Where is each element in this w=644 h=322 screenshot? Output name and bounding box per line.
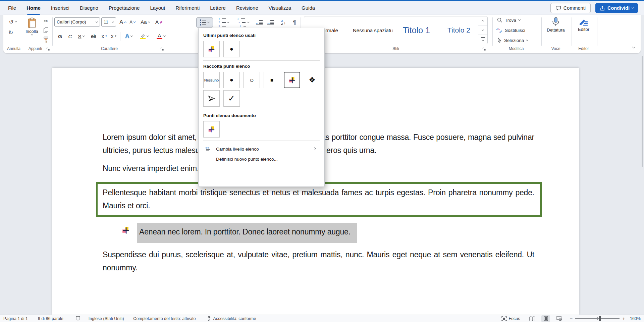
clipboard-icon: [28, 17, 36, 28]
selected-text[interactable]: Aenean nec lorem. In porttitor. Donec la…: [137, 223, 357, 243]
bullet-tile-custom[interactable]: [203, 121, 220, 138]
bullets-button[interactable]: [196, 17, 213, 28]
tab-inserisci[interactable]: Inserisci: [51, 1, 69, 15]
paste-button[interactable]: Incolla: [23, 17, 41, 35]
italic-button[interactable]: C: [66, 32, 74, 41]
editor-group-label: Editor: [572, 46, 596, 51]
clear-formatting-button[interactable]: A: [154, 17, 164, 26]
strikethrough-button[interactable]: ab: [89, 32, 99, 41]
zoom-out-button[interactable]: −: [570, 316, 573, 321]
replace-button[interactable]: b c Sostituisci: [496, 28, 525, 33]
bullet-tile-square[interactable]: ■: [264, 72, 280, 88]
read-mode-button[interactable]: [528, 315, 537, 322]
accessibility-indicator[interactable]: Accessibilità: conforme: [207, 316, 256, 321]
style-nessuna-spaziatura[interactable]: Nessuna spaziatu: [353, 16, 392, 44]
clipboard-dialog-launcher[interactable]: [46, 47, 50, 51]
resize-grip[interactable]: [320, 182, 323, 185]
cut-button[interactable]: ✂: [42, 17, 50, 25]
redo-button[interactable]: ↻: [6, 28, 15, 37]
bullet-tile-check[interactable]: ✓: [223, 90, 240, 107]
collapse-ribbon-chevron-icon[interactable]: [632, 46, 635, 48]
share-button[interactable]: Condividi: [595, 3, 638, 13]
ribbon-tabs: File Home Inserisci Disegno Progettazion…: [0, 1, 315, 15]
text-effects-button[interactable]: A: [122, 32, 136, 41]
accessibility-person-icon: [207, 316, 212, 321]
bullet-tile-diamonds[interactable]: ❖: [304, 72, 320, 88]
bullet-tile-custom-selected[interactable]: [284, 72, 300, 88]
small-divider: [120, 32, 120, 41]
change-case-button[interactable]: Aa: [139, 17, 152, 26]
bold-button[interactable]: G: [56, 32, 64, 41]
multilevel-list-button[interactable]: 1 a i: [234, 17, 252, 28]
define-new-bullet-menu-item[interactable]: Definisci nuovo punto elenco...: [203, 154, 320, 164]
focus-mode-button[interactable]: Focus: [501, 316, 520, 321]
underline-button[interactable]: S: [75, 32, 87, 41]
sort-button[interactable]: A Z ↓: [278, 18, 289, 27]
subscript-button[interactable]: x2: [100, 32, 109, 41]
gallery-expand[interactable]: [478, 35, 487, 44]
gallery-scroll-down[interactable]: [478, 26, 487, 35]
tab-visualizza[interactable]: Visualizza: [269, 1, 291, 15]
recent-bullets-row: ●: [203, 41, 320, 57]
tab-disegno[interactable]: Disegno: [80, 1, 98, 15]
highlight-color-button[interactable]: [137, 32, 152, 41]
bullet-tile-arrow[interactable]: [203, 90, 220, 107]
zoom-level[interactable]: 160%: [630, 316, 641, 321]
tab-revisione[interactable]: Revisione: [236, 1, 258, 15]
tab-layout[interactable]: Layout: [150, 1, 165, 15]
zoom-slider[interactable]: [575, 318, 620, 319]
tab-progettazione[interactable]: Progettazione: [109, 1, 140, 15]
arrow-bullet-icon: [207, 94, 216, 103]
bulleted-list-item[interactable]: Aenean nec lorem. In porttitor. Donec la…: [121, 223, 534, 243]
caret-down-icon: [133, 20, 136, 22]
font-name-combobox[interactable]: Calibri (Corpo): [54, 17, 100, 26]
grow-font-button[interactable]: A: [118, 17, 127, 26]
style-titolo-1[interactable]: Titolo 1: [395, 16, 437, 44]
select-button[interactable]: Seleziona: [497, 38, 528, 43]
shrink-font-button[interactable]: A: [128, 17, 137, 26]
copy-button[interactable]: [42, 26, 50, 34]
numbering-button[interactable]: 1 2 3: [215, 17, 232, 28]
superscript-button[interactable]: x2: [109, 32, 118, 41]
tab-home[interactable]: Home: [26, 1, 41, 15]
print-layout-button[interactable]: [541, 315, 550, 322]
vertical-scrollbar[interactable]: [642, 56, 643, 167]
text-completion-indicator[interactable]: Completamento del testo: attivato: [133, 316, 196, 321]
gallery-scroll-up[interactable]: [478, 16, 487, 26]
undo-button[interactable]: ↺: [6, 17, 19, 26]
tab-riferimenti[interactable]: Riferimenti: [176, 1, 200, 15]
bullet-tile-dot[interactable]: ●: [223, 41, 240, 57]
editor-button[interactable]: Editor: [574, 17, 594, 32]
green-bordered-paragraph[interactable]: Pellentesque habitant morbi tristique se…: [96, 182, 542, 217]
zoom-slider-thumb[interactable]: [599, 316, 601, 321]
tab-lettere[interactable]: Lettere: [210, 1, 226, 15]
change-list-level-menu-item[interactable]: Cambia livello elenco: [203, 144, 320, 154]
font-dialog-launcher[interactable]: [160, 47, 164, 51]
bullet-tile-none[interactable]: Nessuno: [203, 72, 220, 88]
tab-guida[interactable]: Guida: [302, 1, 315, 15]
paragraph[interactable]: Suspendisse dui purus, scelerisque at, v…: [103, 248, 534, 274]
find-button[interactable]: Trova: [497, 17, 520, 23]
square-bullet-icon: ■: [270, 77, 273, 83]
font-size-combobox[interactable]: 11: [101, 17, 116, 26]
language-indicator[interactable]: Inglese (Stati Uniti): [89, 316, 124, 321]
decrease-indent-button[interactable]: ←: [254, 18, 264, 27]
page-indicator[interactable]: Pagina 1 di 1: [3, 316, 28, 321]
web-layout-button[interactable]: [555, 315, 564, 322]
dictate-button[interactable]: Dettatura: [544, 17, 568, 33]
font-color-button[interactable]: A: [154, 32, 168, 41]
style-titolo-2[interactable]: Titolo 2: [439, 16, 479, 44]
group-divider: [170, 17, 170, 46]
word-count[interactable]: 9 di 86 parole: [38, 316, 63, 321]
comments-button[interactable]: Commenti: [550, 3, 591, 13]
bullet-tile-dot[interactable]: ●: [223, 72, 240, 88]
proofing-status-button[interactable]: [75, 316, 80, 321]
zoom-in-button[interactable]: +: [622, 316, 625, 321]
styles-dialog-launcher[interactable]: [482, 47, 486, 51]
show-formatting-button[interactable]: ¶: [290, 18, 299, 27]
format-painter-button[interactable]: [42, 36, 50, 44]
bullet-tile-custom[interactable]: [203, 41, 220, 57]
bullet-tile-circle[interactable]: ○: [244, 72, 260, 88]
tab-file[interactable]: File: [8, 1, 16, 15]
increase-indent-button[interactable]: →: [266, 18, 275, 27]
